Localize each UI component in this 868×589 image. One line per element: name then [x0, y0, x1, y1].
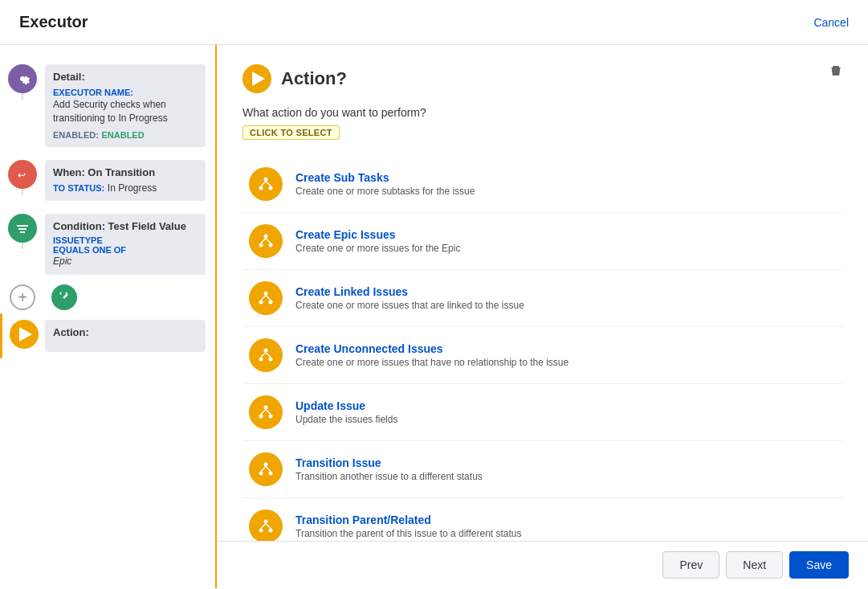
- step-icon-col-condition: [6, 214, 39, 249]
- detail-card-title: Detail:: [53, 71, 198, 83]
- step-icon-col-detail: [6, 64, 39, 100]
- create-unconnected-text: Create Unconnected Issues Create one or …: [295, 342, 836, 368]
- create-unconnected-name: Create Unconnected Issues: [295, 342, 836, 355]
- transition-parent-name: Transition Parent/Related: [295, 513, 836, 526]
- sidebar-step-when[interactable]: ↩ When: On Transition TO STATUS: In Prog…: [0, 153, 215, 208]
- transition-issue-icon: [249, 452, 283, 486]
- branch-icon: [45, 284, 77, 310]
- svg-point-18: [259, 358, 263, 362]
- enabled-label: ENABLED:: [53, 130, 99, 140]
- step-when-content: When: On Transition TO STATUS: In Progre…: [39, 160, 206, 202]
- action-icon: [10, 320, 39, 349]
- play-triangle: [19, 327, 32, 342]
- transition-issue-text: Transition Issue Transition another issu…: [295, 456, 836, 482]
- svg-point-7: [264, 235, 268, 239]
- svg-rect-1: [834, 66, 837, 67]
- action-play-icon: [242, 64, 271, 93]
- to-status-label: TO STATUS:: [53, 183, 104, 193]
- create-unconnected-icon: [249, 338, 283, 372]
- cancel-button[interactable]: Cancel: [813, 16, 849, 29]
- header-play-triangle: [252, 72, 265, 86]
- svg-line-11: [266, 239, 271, 243]
- transition-parent-icon: [249, 509, 283, 543]
- create-epic-icon: [249, 224, 283, 258]
- action-item-create-epic[interactable]: Create Epic Issues Create one or more is…: [242, 213, 842, 270]
- when-card-title: When: On Transition: [53, 166, 198, 178]
- main-layout: Detail: EXECUTOR NAME: Add Security chec…: [0, 45, 868, 588]
- svg-point-24: [269, 415, 273, 419]
- equals-value: Epic: [53, 255, 198, 268]
- svg-point-23: [259, 415, 263, 419]
- create-epic-text: Create Epic Issues Create one or more is…: [295, 228, 836, 254]
- svg-line-30: [261, 467, 266, 472]
- step-icon-col-when: ↩: [6, 160, 39, 195]
- question-text: What action do you want to perform?: [242, 106, 842, 119]
- action-item-create-sub-tasks[interactable]: Create Sub Tasks Create one or more subt…: [242, 156, 842, 213]
- svg-point-14: [269, 301, 273, 305]
- svg-point-8: [259, 243, 263, 247]
- svg-line-26: [266, 410, 271, 415]
- issuetype-label: ISSUETYPE: [53, 235, 198, 245]
- footer: Prev Next Save: [217, 541, 868, 588]
- sidebar: Detail: EXECUTOR NAME: Add Security chec…: [0, 45, 217, 588]
- sidebar-step-detail[interactable]: Detail: EXECUTOR NAME: Add Security chec…: [0, 58, 215, 153]
- svg-point-3: [259, 186, 263, 190]
- enabled-row: ENABLED: ENABLED: [53, 129, 198, 141]
- create-sub-tasks-desc: Create one or more subtasks for the issu…: [295, 186, 836, 197]
- to-status-row: TO STATUS: In Progress: [53, 182, 198, 195]
- svg-line-16: [266, 296, 271, 301]
- fork-icon: [51, 284, 77, 310]
- transition-issue-desc: Transition another issue to a different …: [295, 471, 836, 482]
- connector-2: [22, 189, 23, 195]
- step-detail-content: Detail: EXECUTOR NAME: Add Security chec…: [39, 64, 206, 147]
- svg-point-34: [269, 529, 273, 533]
- svg-line-21: [266, 353, 271, 358]
- equals-label: EQUALS ONE OF: [53, 245, 198, 255]
- action-title: Action?: [281, 68, 347, 89]
- main-content: Action? What action do you want to perfo…: [217, 45, 868, 588]
- save-button[interactable]: Save: [789, 551, 849, 579]
- next-button[interactable]: Next: [726, 551, 783, 579]
- app-header: Executor Cancel: [0, 0, 868, 45]
- svg-line-6: [266, 182, 271, 186]
- create-epic-desc: Create one or more issues for the Epic: [295, 243, 836, 254]
- create-linked-name: Create Linked Issues: [295, 285, 836, 298]
- add-step-icon-col: +: [6, 284, 39, 310]
- svg-point-32: [264, 520, 268, 524]
- action-item-update-issue[interactable]: Update Issue Update the issues fields: [242, 384, 842, 441]
- condition-icon: [8, 214, 37, 243]
- svg-point-17: [264, 349, 268, 353]
- transition-issue-name: Transition Issue: [295, 456, 836, 469]
- action-item-transition-issue[interactable]: Transition Issue Transition another issu…: [242, 441, 842, 498]
- condition-card-title: Condition: Test Field Value: [53, 220, 198, 232]
- svg-point-4: [269, 186, 273, 190]
- create-sub-tasks-icon: [249, 167, 283, 201]
- create-sub-tasks-name: Create Sub Tasks: [295, 171, 836, 184]
- gear-icon: [8, 64, 37, 93]
- step-icon-col-action: [6, 320, 39, 349]
- click-to-select-badge[interactable]: CLICK TO SELECT: [242, 125, 340, 140]
- step-when-card: When: On Transition TO STATUS: In Progre…: [45, 160, 206, 202]
- sidebar-step-condition[interactable]: Condition: Test Field Value ISSUETYPE EQ…: [0, 207, 215, 281]
- create-linked-text: Create Linked Issues Create one or more …: [295, 285, 836, 311]
- svg-point-33: [259, 529, 263, 533]
- svg-point-12: [264, 292, 268, 296]
- delete-icon[interactable]: [829, 64, 842, 80]
- sidebar-step-action[interactable]: Action:: [0, 313, 215, 358]
- action-item-create-linked[interactable]: Create Linked Issues Create one or more …: [242, 270, 842, 327]
- transition-parent-text: Transition Parent/Related Transition the…: [295, 513, 836, 539]
- add-icon[interactable]: +: [10, 284, 35, 310]
- action-header: Action?: [242, 64, 842, 93]
- action-list: Create Sub Tasks Create one or more subt…: [242, 156, 842, 555]
- step-detail-card: Detail: EXECUTOR NAME: Add Security chec…: [45, 64, 206, 147]
- step-condition-content: Condition: Test Field Value ISSUETYPE EQ…: [39, 214, 206, 275]
- prev-button[interactable]: Prev: [662, 551, 719, 579]
- executor-name-label-text: EXECUTOR NAME:: [53, 88, 133, 97]
- svg-line-25: [261, 410, 266, 415]
- enabled-value: ENABLED: [101, 130, 144, 140]
- step-action-content: Action:: [39, 320, 206, 352]
- create-sub-tasks-text: Create Sub Tasks Create one or more subt…: [295, 171, 836, 197]
- action-item-create-unconnected[interactable]: Create Unconnected Issues Create one or …: [242, 327, 842, 384]
- action-card-title: Action:: [53, 326, 198, 338]
- svg-point-2: [264, 178, 268, 182]
